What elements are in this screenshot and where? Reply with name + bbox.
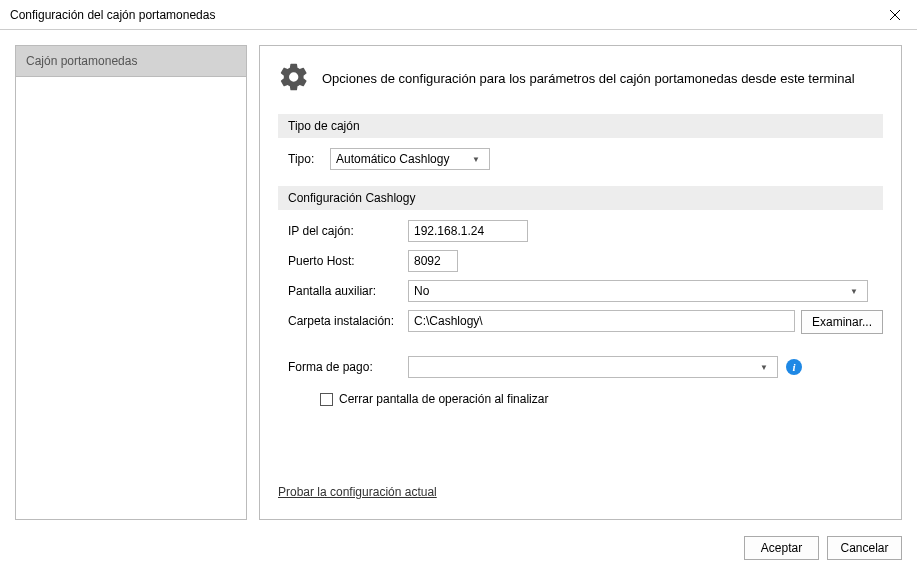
row-pago: Forma de pago: ▼ i: [278, 356, 883, 378]
footer: Aceptar Cancelar: [0, 530, 917, 560]
carpeta-input[interactable]: [408, 310, 795, 332]
row-tipo: Tipo: Automático Cashlogy ▼: [278, 148, 883, 170]
sidebar: Cajón portamonedas: [15, 45, 247, 520]
sidebar-item-label: Cajón portamonedas: [26, 54, 137, 68]
section-cashlogy-header: Configuración Cashlogy: [278, 186, 883, 210]
accept-button[interactable]: Aceptar: [744, 536, 819, 560]
info-icon[interactable]: i: [786, 359, 802, 375]
close-icon: [890, 10, 900, 20]
pantalla-value: No: [414, 284, 429, 298]
row-port: Puerto Host:: [278, 250, 883, 272]
chevron-down-icon: ▼: [468, 155, 484, 164]
window-title: Configuración del cajón portamonedas: [10, 8, 215, 22]
test-config-link[interactable]: Probar la configuración actual: [278, 485, 883, 499]
tipo-label: Tipo:: [288, 152, 330, 166]
row-pantalla: Pantalla auxiliar: No ▼: [278, 280, 883, 302]
carpeta-label: Carpeta instalación:: [288, 310, 408, 328]
row-ip: IP del cajón:: [278, 220, 883, 242]
port-label: Puerto Host:: [288, 254, 408, 268]
cerrar-label: Cerrar pantalla de operación al finaliza…: [339, 392, 548, 406]
examinar-button[interactable]: Examinar...: [801, 310, 883, 334]
gear-icon: [278, 61, 310, 96]
sidebar-item-cajon[interactable]: Cajón portamonedas: [16, 46, 246, 77]
pantalla-label: Pantalla auxiliar:: [288, 284, 408, 298]
pago-select[interactable]: ▼: [408, 356, 778, 378]
header-row: Opciones de configuración para los parám…: [278, 61, 883, 96]
cancel-button[interactable]: Cancelar: [827, 536, 902, 560]
row-carpeta: Carpeta instalación: Examinar...: [278, 310, 883, 334]
ip-label: IP del cajón:: [288, 224, 408, 238]
row-cerrar: Cerrar pantalla de operación al finaliza…: [278, 392, 883, 406]
port-input[interactable]: [408, 250, 458, 272]
tipo-value: Automático Cashlogy: [336, 152, 449, 166]
main-panel: Opciones de configuración para los parám…: [259, 45, 902, 520]
chevron-down-icon: ▼: [756, 363, 772, 372]
ip-input[interactable]: [408, 220, 528, 242]
tipo-select[interactable]: Automático Cashlogy ▼: [330, 148, 490, 170]
pago-label: Forma de pago:: [288, 360, 408, 374]
main-header-text: Opciones de configuración para los parám…: [322, 71, 855, 86]
content: Cajón portamonedas Opciones de configura…: [0, 30, 917, 530]
pantalla-select[interactable]: No ▼: [408, 280, 868, 302]
section-tipo-header: Tipo de cajón: [278, 114, 883, 138]
close-button[interactable]: [872, 0, 917, 30]
titlebar: Configuración del cajón portamonedas: [0, 0, 917, 30]
cerrar-checkbox[interactable]: [320, 393, 333, 406]
chevron-down-icon: ▼: [846, 287, 862, 296]
